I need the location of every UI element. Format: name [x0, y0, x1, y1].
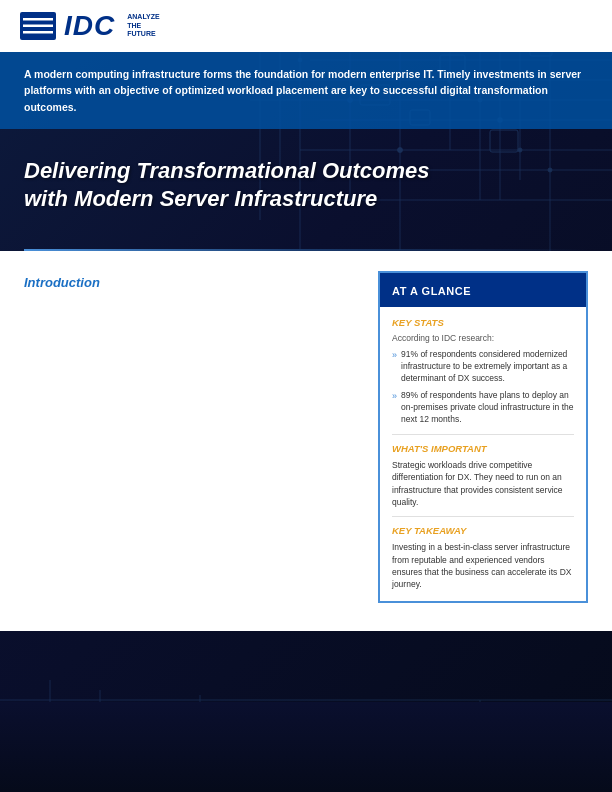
header-bar: IDC ANALYZE THE FUTURE	[0, 0, 612, 52]
glance-divider-1	[392, 434, 574, 435]
stat-bullet-2: » 89% of respondents have plans to deplo…	[392, 390, 574, 426]
at-a-glance-box: AT A GLANCE KEY STATS According to IDC r…	[378, 271, 588, 603]
svg-rect-44	[23, 18, 53, 21]
stat-1-text: 91% of respondents considered modernized…	[401, 349, 574, 385]
intro-text: A modern computing infrastructure forms …	[24, 66, 588, 115]
key-stats-label: KEY STATS	[392, 317, 574, 328]
bullet-arrow-icon: »	[392, 350, 397, 385]
main-title: Delivering Transformational Outcomes wit…	[24, 157, 444, 214]
intro-banner: A modern computing infrastructure forms …	[0, 52, 612, 129]
key-takeaway-label: KEY TAKEAWAY	[392, 525, 574, 536]
key-takeaway-text: Investing in a best-in-class server infr…	[392, 541, 574, 590]
idc-logo-text: IDC	[64, 10, 115, 42]
whats-important-label: WHAT'S IMPORTANT	[392, 443, 574, 454]
key-stats-subtitle: According to IDC research:	[392, 333, 574, 343]
at-a-glance-header: AT A GLANCE	[380, 273, 586, 307]
page: IDC ANALYZE THE FUTURE A modern computin…	[0, 0, 612, 792]
svg-rect-46	[23, 31, 53, 34]
glance-divider-2	[392, 516, 574, 517]
stat-bullet-1: » 91% of respondents considered moderniz…	[392, 349, 574, 385]
bottom-dark-section	[0, 702, 612, 792]
idc-tagline: ANALYZE THE FUTURE	[127, 13, 159, 38]
idc-logo-icon	[20, 12, 56, 40]
whats-important-text: Strategic workloads drive competitive di…	[392, 459, 574, 508]
title-section: Delivering Transformational Outcomes wit…	[0, 129, 612, 249]
at-a-glance-title: AT A GLANCE	[392, 285, 471, 297]
idc-logo: IDC ANALYZE THE FUTURE	[20, 10, 160, 42]
svg-rect-45	[23, 25, 53, 28]
content-area: Introduction AT A GLANCE KEY STATS Accor…	[0, 251, 612, 631]
left-column: Introduction	[24, 271, 358, 631]
bullet-arrow-icon-2: »	[392, 391, 397, 426]
introduction-heading: Introduction	[24, 275, 358, 290]
stat-2-text: 89% of respondents have plans to deploy …	[401, 390, 574, 426]
at-a-glance-body: KEY STATS According to IDC research: » 9…	[380, 307, 586, 601]
right-column: AT A GLANCE KEY STATS According to IDC r…	[378, 271, 588, 631]
